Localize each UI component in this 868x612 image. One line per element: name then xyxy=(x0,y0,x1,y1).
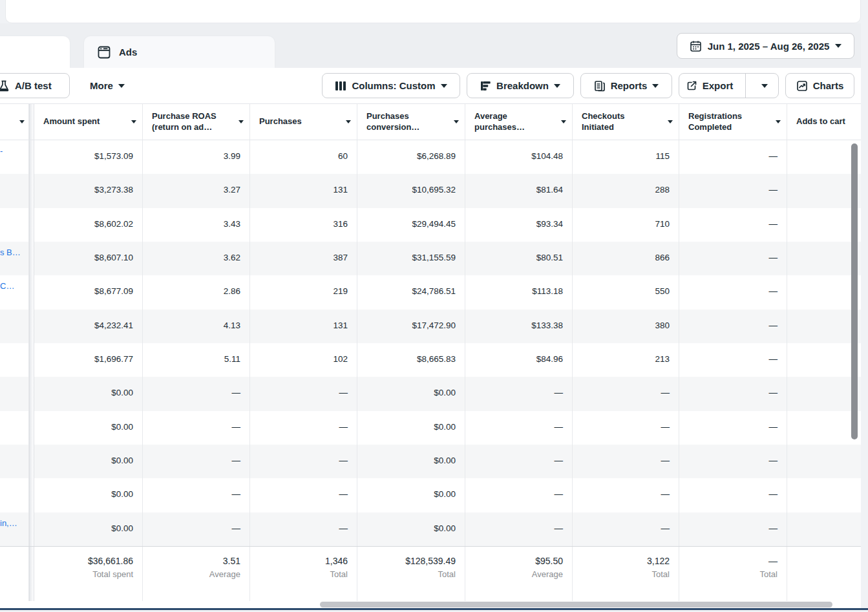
date-range-button[interactable]: Jun 1, 2025 – Aug 26, 2025 xyxy=(677,33,854,59)
sort-caret-icon xyxy=(561,120,566,123)
registrations-cell: — xyxy=(679,445,787,478)
frozen-pane-divider xyxy=(29,478,34,512)
chevron-down-icon xyxy=(554,84,560,88)
footer-divider xyxy=(0,608,868,610)
table-row[interactable]: $3,273.38 3.27 131 $10,695.32 $81.64 288… xyxy=(0,174,861,207)
table-row[interactable]: - $1,573.09 3.99 60 $6,268.89 $104.48 11… xyxy=(0,140,861,174)
purchases-cell: 131 xyxy=(250,310,357,343)
average-purchase-cell: $133.38 xyxy=(465,310,573,343)
total-value: — xyxy=(768,556,778,566)
average-purchase-cell: $104.48 xyxy=(465,140,573,174)
header-adds-to-cart[interactable]: Adds to cart xyxy=(787,104,861,140)
table-row[interactable]: $8,602.02 3.43 316 $29,494.45 $93.34 710… xyxy=(0,208,861,242)
table-row[interactable]: $4,232.41 4.13 131 $17,472.90 $133.38 38… xyxy=(0,310,861,343)
checkouts-cell: 380 xyxy=(573,310,679,343)
table-row[interactable]: $0.00 — — $0.00 — — — xyxy=(0,478,861,512)
vertical-scrollbar-thumb[interactable] xyxy=(851,143,858,439)
total-label: Total xyxy=(438,569,456,579)
table-row[interactable]: $0.00 — — $0.00 — — — xyxy=(0,411,861,445)
purchase-roas-cell: — xyxy=(143,377,250,410)
checkouts-cell: 710 xyxy=(573,208,679,242)
tab-ads[interactable]: Ads xyxy=(84,36,275,68)
header-purchase-roas[interactable]: Purchase ROAS (return on ad… xyxy=(143,104,250,140)
header-average-purchases[interactable]: Average purchases… xyxy=(465,104,573,140)
header-ad-name[interactable] xyxy=(0,104,29,140)
purchase-roas-cell: 3.99 xyxy=(143,140,250,174)
ad-name-cell: C… xyxy=(0,275,29,309)
table-row[interactable]: $1,696.77 5.11 102 $8,665.83 $84.96 213 … xyxy=(0,343,861,377)
adds-to-cart-cell xyxy=(787,242,861,275)
purchase-roas-cell: 4.13 xyxy=(143,310,250,343)
average-purchase-cell: — xyxy=(465,411,573,445)
flask-icon xyxy=(0,79,10,92)
table-row[interactable]: $0.00 — — $0.00 — — — xyxy=(0,445,861,478)
table-row[interactable]: in,… $0.00 — — $0.00 — — — xyxy=(0,512,861,546)
horizontal-scrollbar-thumb[interactable] xyxy=(320,602,832,607)
ad-name-cell: s B… xyxy=(0,242,29,275)
frozen-pane-divider xyxy=(29,104,34,140)
reports-button[interactable]: Reports xyxy=(580,73,672,98)
export-dropdown-button[interactable] xyxy=(751,74,778,98)
header-amount-spent[interactable]: Amount spent xyxy=(34,104,143,140)
table-row[interactable]: C… $8,677.09 2.86 219 $24,786.51 $113.18… xyxy=(0,275,861,309)
sort-caret-icon xyxy=(131,120,136,123)
total-label: Average xyxy=(209,569,240,579)
average-purchase-cell: $84.96 xyxy=(465,343,573,377)
conversion-value-cell: $0.00 xyxy=(357,377,465,410)
chevron-down-icon xyxy=(761,84,768,88)
purchase-roas-cell: — xyxy=(143,445,250,478)
adds-to-cart-cell xyxy=(787,174,861,207)
ad-name-cell xyxy=(0,174,29,207)
total-label: Total xyxy=(330,569,348,579)
table-row[interactable]: s B… $8,607.10 3.62 387 $31,155.59 $80.5… xyxy=(0,242,861,275)
ad-name-cell: - xyxy=(0,140,29,174)
conversion-value-cell: $0.00 xyxy=(357,411,465,445)
tab-adsets-partial[interactable] xyxy=(0,36,70,68)
header-checkouts-initiated[interactable]: Checkouts Initiated xyxy=(573,104,679,140)
columns-button[interactable]: Columns: Custom xyxy=(322,73,460,98)
header-registrations-completed[interactable]: Registrations Completed xyxy=(679,104,787,140)
amount-spent-cell: $0.00 xyxy=(34,512,143,546)
header-label: Average purchases… xyxy=(474,111,525,132)
purchases-cell: 387 xyxy=(250,242,357,275)
ad-name-link[interactable]: in,… xyxy=(0,518,17,528)
breakdown-button[interactable]: Breakdown xyxy=(467,73,574,98)
sort-caret-icon xyxy=(776,120,781,123)
ad-name-cell xyxy=(0,343,29,377)
average-purchase-cell: $113.18 xyxy=(465,275,573,309)
ad-name-link[interactable]: C… xyxy=(0,281,14,291)
checkouts-cell: — xyxy=(573,377,679,410)
header-label: Adds to cart xyxy=(796,116,845,127)
charts-button[interactable]: Charts xyxy=(785,73,854,98)
sort-caret-icon xyxy=(346,120,351,123)
adds-to-cart-cell xyxy=(787,310,861,343)
total-value: $128,539.49 xyxy=(405,556,456,566)
ad-name-cell xyxy=(0,310,29,343)
amount-spent-cell: $8,607.10 xyxy=(34,242,143,275)
ad-name-link[interactable]: s B… xyxy=(0,248,21,257)
totals-purchase-roas: 3.51 Average xyxy=(143,547,250,601)
purchase-roas-cell: — xyxy=(143,478,250,512)
registrations-cell: — xyxy=(679,377,787,410)
amount-spent-cell: $8,602.02 xyxy=(34,208,143,242)
ab-test-button[interactable]: A/B test xyxy=(0,73,70,98)
ad-name-link[interactable]: - xyxy=(0,146,3,156)
export-icon xyxy=(686,80,697,91)
total-label: Total xyxy=(652,569,670,579)
header-purchases-conversion[interactable]: Purchases conversion… xyxy=(357,104,465,140)
breakdown-label: Breakdown xyxy=(496,80,549,91)
export-button[interactable]: Export xyxy=(679,74,740,98)
table-row[interactable]: $0.00 — — $0.00 — — — xyxy=(0,377,861,410)
amount-spent-cell: $3,273.38 xyxy=(34,174,143,207)
totals-adds-to-cart xyxy=(787,547,861,601)
horizontal-scrollbar-track[interactable] xyxy=(0,601,861,608)
adds-to-cart-cell xyxy=(787,478,861,512)
top-bar xyxy=(5,0,861,23)
totals-average-purchase: $95.50 Average xyxy=(465,547,573,601)
purchases-cell: 131 xyxy=(250,174,357,207)
purchases-cell: — xyxy=(250,377,357,410)
purchase-roas-cell: — xyxy=(143,512,250,546)
frozen-pane-divider xyxy=(29,377,34,410)
more-button[interactable]: More xyxy=(83,73,132,98)
header-purchases[interactable]: Purchases xyxy=(250,104,357,140)
